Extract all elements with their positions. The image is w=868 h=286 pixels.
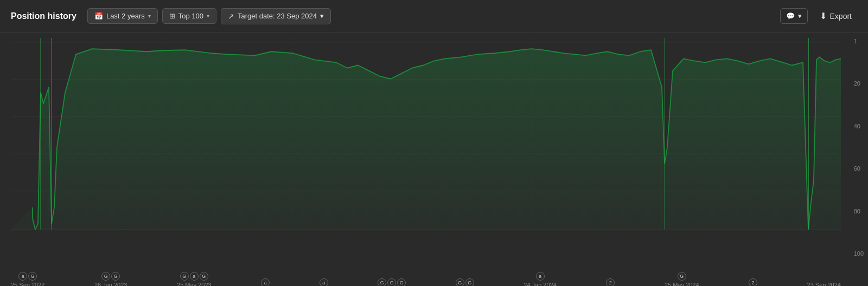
x-marker-may2024: G 25 May 2024 — [665, 272, 699, 286]
toolbar-right: 💬 ▾ ⬇ Export — [780, 8, 857, 24]
x-marker-2b: 2 — [749, 278, 757, 286]
comment-button[interactable]: 💬 ▾ — [780, 8, 808, 24]
download-icon: ⬇ — [820, 11, 827, 21]
date-range-label: Last 2 years — [106, 12, 145, 20]
x-label-jan2024: 24 Jan 2024 — [524, 282, 557, 286]
marker-icon-gg4: G — [465, 278, 474, 286]
y-label-20: 20 — [854, 80, 864, 87]
y-label-60: 60 — [854, 165, 864, 172]
trend-icon: ↗ — [228, 12, 234, 21]
x-marker-2: 2 — [606, 278, 615, 286]
y-axis: 1 20 40 60 80 100 — [854, 38, 864, 257]
y-label-80: 80 — [854, 208, 864, 214]
target-date-label: Target date: 23 Sep 2024 — [238, 12, 317, 20]
chart-area: 1 20 40 60 80 100 — [0, 32, 868, 286]
marker-icon-a3: a — [261, 278, 270, 286]
marker-icon-gg2: G — [111, 272, 120, 281]
marker-icon-2b: 2 — [749, 278, 757, 286]
page-title: Position history — [11, 11, 76, 21]
marker-icon-g5: G — [387, 278, 396, 286]
x-label-may2023: 25 May 2023 — [177, 282, 212, 286]
chevron-down-icon-4: ▾ — [798, 12, 802, 20]
x-label-jan2023: 26 Jan 2023 — [94, 282, 127, 286]
chevron-down-icon-2: ▾ — [207, 13, 209, 19]
x-marker-jan2023: G G 26 Jan 2023 — [94, 272, 127, 286]
date-range-button[interactable]: 📅 Last 2 years ▾ — [87, 8, 158, 24]
y-label-1: 1 — [854, 38, 864, 44]
marker-icon-g: G — [28, 272, 37, 281]
export-button[interactable]: ⬇ Export — [814, 8, 857, 24]
chevron-down-icon-3: ▾ — [320, 12, 324, 20]
grid-icon: ⊞ — [169, 12, 175, 20]
x-marker-may2023: G a G 25 May 2023 — [177, 272, 212, 286]
x-label-sep2024: 23 Sep 2024 — [807, 282, 841, 286]
position-chart — [11, 38, 841, 257]
x-marker-mid2: a — [320, 278, 328, 286]
y-label-100: 100 — [854, 250, 864, 257]
marker-icon-g3: G — [200, 272, 208, 281]
chevron-down-icon: ▾ — [148, 13, 151, 19]
export-label: Export — [830, 12, 852, 21]
y-label-40: 40 — [854, 123, 864, 129]
marker-icon-2a: 2 — [606, 278, 615, 286]
x-marker-mid1: a — [261, 278, 270, 286]
x-label-may2024: 25 May 2024 — [665, 282, 699, 286]
x-marker-mid4: G G — [456, 278, 474, 286]
marker-icon-gg1: G — [101, 272, 110, 281]
x-marker-sep2022: a G 25 Sep 2022 — [11, 272, 44, 286]
marker-icon-g6: G — [397, 278, 406, 286]
marker-icon-a2: a — [190, 272, 199, 281]
toolbar: Position history 📅 Last 2 years ▾ ⊞ Top … — [0, 0, 868, 32]
marker-icon-gg3: G — [456, 278, 464, 286]
x-marker-sep2024: 23 Sep 2024 — [807, 272, 841, 286]
target-date-button[interactable]: ↗ Target date: 23 Sep 2024 ▾ — [221, 8, 331, 24]
x-label-sep2022: 25 Sep 2022 — [11, 282, 44, 286]
x-marker-jan2024: a 24 Jan 2024 — [524, 272, 557, 286]
comment-icon: 💬 — [786, 12, 795, 20]
marker-icon-g2: G — [180, 272, 189, 281]
top-label: Top 100 — [178, 12, 203, 20]
x-marker-mid3: G G G — [378, 278, 406, 286]
top-filter-button[interactable]: ⊞ Top 100 ▾ — [162, 8, 216, 24]
marker-icon-g4: G — [378, 278, 386, 286]
marker-icon-a4: a — [320, 278, 328, 286]
x-axis: a G 25 Sep 2022 G G 26 Jan 2023 G a G — [11, 272, 841, 286]
app-container: Position history 📅 Last 2 years ▾ ⊞ Top … — [0, 0, 868, 286]
marker-icon-a: a — [18, 272, 27, 281]
marker-icon-a5: a — [536, 272, 545, 281]
marker-icon-g7: G — [678, 272, 686, 281]
calendar-icon: 📅 — [94, 12, 103, 20]
